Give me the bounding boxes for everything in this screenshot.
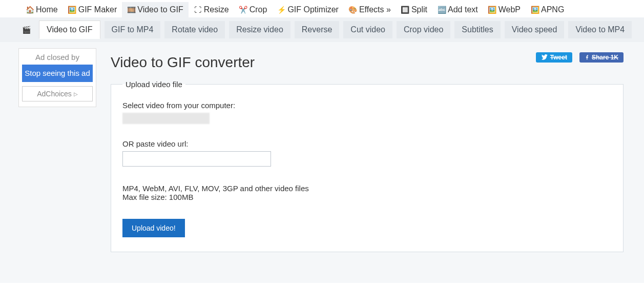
nav-label: Crop — [250, 5, 267, 14]
nav-resize[interactable]: ⛶ Resize — [189, 2, 234, 17]
or-paste-label: OR paste video url: — [122, 139, 612, 148]
nav-label: APNG — [541, 5, 564, 14]
nav-label: Split — [411, 5, 427, 14]
ad-box: Ad closed by Stop seeing this ad AdChoic… — [18, 48, 96, 107]
tab-resize-video[interactable]: Resize video — [229, 21, 290, 38]
nav-label: GIF Maker — [78, 5, 117, 14]
upload-fieldset: Upload video file Select video from your… — [111, 80, 624, 252]
nav-home[interactable]: 🏠 Home — [20, 2, 63, 17]
crop-icon: ✂️ — [239, 6, 247, 14]
upload-legend: Upload video file — [122, 80, 185, 89]
sidebar: Ad closed by Stop seeing this ad AdChoic… — [18, 48, 96, 262]
nav-optimizer[interactable]: ⚡ GIF Optimizer — [272, 2, 344, 17]
nav-label: Resize — [204, 5, 229, 14]
upload-video-button[interactable]: Upload video! — [122, 219, 185, 237]
tab-video-to-mp4[interactable]: Video to MP4 — [568, 21, 632, 38]
top-nav: 🏠 Home 🖼️ GIF Maker 🎞️ Video to GIF ⛶ Re… — [0, 0, 644, 17]
tab-cut-video[interactable]: Cut video — [343, 21, 392, 38]
video-url-input[interactable] — [122, 151, 271, 167]
facebook-share-button[interactable]: Share 1K — [579, 52, 624, 63]
home-icon: 🏠 — [26, 6, 34, 14]
tab-crop-video[interactable]: Crop video — [397, 21, 450, 38]
webp-icon: 🖼️ — [488, 6, 496, 14]
optimize-icon: ⚡ — [277, 6, 285, 14]
adchoices-label: AdChoices — [37, 90, 72, 98]
split-icon: 🔲 — [401, 6, 409, 14]
resize-icon: ⛶ — [194, 6, 202, 14]
nav-webp[interactable]: 🖼️ WebP — [483, 2, 526, 17]
supported-formats-text: MP4, WebM, AVI, FLV, MOV, 3GP and other … — [122, 184, 612, 193]
nav-label: WebP — [498, 5, 521, 14]
sub-nav: 🎬 Video to GIF GIF to MP4 Rotate video R… — [0, 17, 644, 42]
nav-label: Home — [36, 5, 58, 14]
file-input[interactable] — [122, 113, 210, 124]
max-size-text: Max file size: 100MB — [122, 193, 612, 201]
tab-gif-to-mp4[interactable]: GIF to MP4 — [105, 21, 161, 38]
select-file-label: Select video from your computer: — [122, 101, 612, 110]
text-icon: 🔤 — [438, 6, 446, 14]
nav-video-to-gif[interactable]: 🎞️ Video to GIF — [122, 2, 189, 17]
tweet-button[interactable]: Tweet — [536, 52, 572, 63]
gif-icon: 🖼️ — [68, 6, 76, 14]
nav-effects[interactable]: 🎨 Effects » — [344, 2, 396, 17]
tab-video-to-gif[interactable]: Video to GIF — [39, 20, 100, 39]
fb-share-label: Share 1K — [592, 54, 618, 61]
effects-icon: 🎨 — [349, 6, 357, 14]
stop-seeing-ad-button[interactable]: Stop seeing this ad — [22, 65, 93, 82]
ad-closed-label: Ad closed by — [22, 53, 93, 61]
tab-video-speed[interactable]: Video speed — [505, 21, 565, 38]
tab-rotate-video[interactable]: Rotate video — [164, 21, 225, 38]
nav-label: Add text — [448, 5, 478, 14]
nav-label: Effects » — [359, 5, 391, 14]
nav-label: GIF Optimizer — [287, 5, 339, 14]
nav-crop[interactable]: ✂️ Crop — [234, 2, 273, 17]
tab-reverse[interactable]: Reverse — [295, 21, 340, 38]
video-icon: 🎞️ — [127, 6, 135, 14]
nav-label: Video to GIF — [137, 5, 183, 14]
twitter-icon — [541, 54, 548, 60]
nav-add-text[interactable]: 🔤 Add text — [432, 2, 483, 17]
tab-subtitles[interactable]: Subtitles — [454, 21, 500, 38]
apng-icon: 🖼️ — [531, 6, 539, 14]
share-row: Tweet Share 1K — [536, 52, 624, 63]
nav-gif-maker[interactable]: 🖼️ GIF Maker — [63, 2, 122, 17]
adchoices-button[interactable]: AdChoices ▷ — [22, 86, 93, 101]
nav-apng[interactable]: 🖼️ APNG — [526, 2, 569, 17]
facebook-icon — [585, 54, 590, 60]
clapper-icon: 🎬 — [20, 24, 32, 35]
main-layout: Ad closed by Stop seeing this ad AdChoic… — [0, 42, 644, 283]
main-content: Tweet Share 1K Video to GIF converter Up… — [111, 48, 634, 262]
nav-split[interactable]: 🔲 Split — [396, 2, 432, 17]
tweet-label: Tweet — [550, 54, 567, 61]
adchoices-icon: ▷ — [74, 91, 78, 97]
